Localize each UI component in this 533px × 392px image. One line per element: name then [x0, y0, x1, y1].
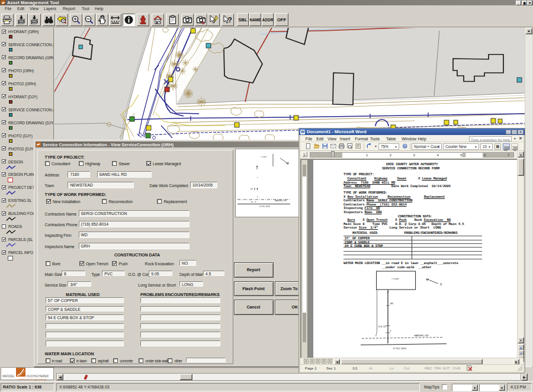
svg-text:#7160: #7160 — [391, 278, 399, 280]
svg-text:#7160: #7160 — [261, 156, 266, 158]
svg-text:88': 88' — [390, 302, 393, 305]
svg-text:K-8' 25': K-8' 25' — [378, 325, 387, 328]
svg-text:c: c — [202, 20, 205, 25]
svg-text:N: N — [440, 283, 442, 286]
svg-text:8" PVC WTR: 8" PVC WTR — [259, 205, 270, 208]
svg-text:?: ? — [404, 144, 406, 148]
svg-text:SANDHILL RD: SANDHILL RD — [414, 335, 429, 337]
svg-text:SANDHILL RD: SANDHILL RD — [275, 200, 287, 202]
svg-text:5': 5' — [390, 329, 391, 332]
svg-text:8" PVC WTR: 8" PVC WTR — [393, 348, 406, 350]
